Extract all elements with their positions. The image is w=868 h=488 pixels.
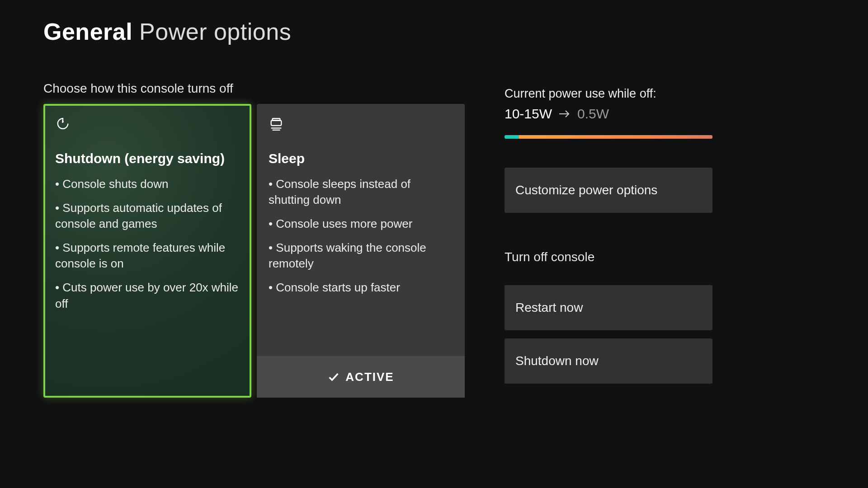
turn-off-section-label: Turn off console bbox=[505, 250, 712, 264]
card-bullet: Console starts up faster bbox=[269, 280, 453, 296]
mode-section-label: Choose how this console turns off bbox=[43, 81, 477, 96]
breadcrumb-category: General bbox=[43, 19, 132, 45]
card-title: Sleep bbox=[269, 151, 453, 166]
active-label: ACTIVE bbox=[345, 370, 394, 384]
active-badge: ACTIVE bbox=[257, 356, 465, 398]
power-mode-card-shutdown[interactable]: Shutdown (energy saving) Console shuts d… bbox=[43, 104, 251, 398]
check-icon bbox=[327, 371, 340, 383]
svg-rect-1 bbox=[271, 121, 282, 126]
card-bullet: Console shuts down bbox=[55, 176, 240, 192]
breadcrumb-page: Power options bbox=[139, 19, 291, 45]
arrow-right-icon bbox=[558, 106, 571, 122]
button-label: Customize power options bbox=[515, 183, 657, 197]
card-bullet: Console uses more power bbox=[269, 216, 453, 232]
page-title: General Power options bbox=[43, 18, 825, 45]
leaf-power-icon bbox=[55, 117, 71, 132]
card-title: Shutdown (energy saving) bbox=[55, 151, 240, 166]
power-use-meter bbox=[505, 135, 712, 139]
customize-power-options-button[interactable]: Customize power options bbox=[505, 168, 712, 213]
power-use-from: 10-15W bbox=[505, 106, 552, 122]
button-label: Shutdown now bbox=[515, 354, 599, 368]
power-use-to: 0.5W bbox=[577, 106, 609, 122]
shutdown-now-button[interactable]: Shutdown now bbox=[505, 338, 712, 384]
card-bullet: Cuts power use by over 20x while off bbox=[55, 280, 240, 311]
button-label: Restart now bbox=[515, 300, 583, 315]
svg-rect-2 bbox=[273, 118, 280, 120]
power-use-summary: Current power use while off: 10-15W 0.5W bbox=[505, 87, 712, 139]
card-bullet: Supports waking the console remotely bbox=[269, 240, 453, 272]
card-bullet: Console sleeps instead of shutting down bbox=[269, 176, 453, 208]
card-bullet: Supports remote features while console i… bbox=[55, 240, 240, 272]
card-bullet: Supports automatic updates of console an… bbox=[55, 200, 240, 232]
sleep-stack-icon bbox=[269, 117, 284, 132]
restart-now-button[interactable]: Restart now bbox=[505, 285, 712, 330]
power-use-label: Current power use while off: bbox=[505, 87, 712, 101]
power-mode-card-sleep[interactable]: Sleep Console sleeps instead of shutting… bbox=[257, 104, 465, 398]
